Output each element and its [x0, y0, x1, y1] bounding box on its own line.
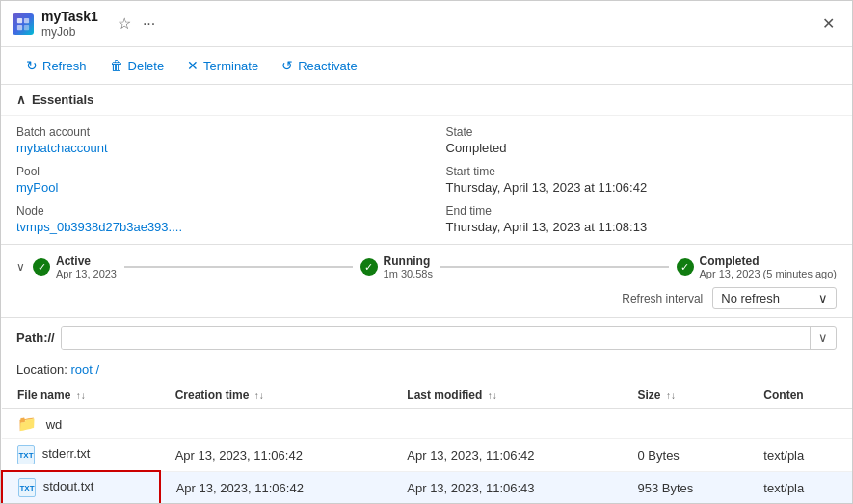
toolbar: ↻ Refresh 🗑 Delete ✕ Terminate ↺ Reactiv… — [1, 47, 852, 85]
batch-account-label: Batch account — [16, 125, 408, 139]
batch-account-value[interactable]: mybatchaccount — [16, 141, 408, 155]
file-name-cell: TXT stdout.txt — [2, 471, 160, 504]
terminate-button[interactable]: ✕ Terminate — [177, 53, 268, 78]
batch-account-group: Batch account mybatchaccount — [16, 125, 408, 155]
path-dropdown-button[interactable]: ∨ — [810, 327, 836, 349]
last-modified-cell: Apr 13, 2023, 11:06:42 — [391, 439, 622, 472]
table-header-row: File name ↑↓ Creation time ↑↓ Last modif… — [2, 383, 852, 409]
col-content: Conten — [748, 383, 852, 409]
creation-sort-icon[interactable]: ↑↓ — [254, 390, 264, 401]
creation-time-cell — [160, 409, 392, 439]
table-row[interactable]: TXT stderr.txt Apr 13, 2023, 11:06:42 Ap… — [2, 439, 852, 472]
modified-sort-icon[interactable]: ↑↓ — [488, 390, 497, 401]
pin-button[interactable]: ☆ — [114, 13, 135, 35]
reactivate-icon: ↺ — [281, 58, 293, 73]
delete-button[interactable]: 🗑 Delete — [100, 53, 174, 78]
refresh-interval-value: No refresh — [721, 291, 780, 305]
node-label: Node — [16, 204, 408, 218]
running-check-icon: ✓ — [360, 258, 378, 276]
close-button[interactable]: ✕ — [816, 13, 840, 35]
size-cell — [623, 409, 749, 439]
refresh-button[interactable]: ↻ Refresh — [16, 53, 96, 78]
location-line: Location: root / — [1, 358, 852, 383]
timeline-bar: ∨ ✓ Active Apr 13, 2023 ✓ Running 1m 30.… — [16, 254, 837, 279]
start-time-group: Start time Thursday, April 13, 2023 at 1… — [446, 165, 838, 195]
txt-file-icon: TXT — [17, 445, 35, 464]
window-title: myTask1 — [41, 9, 98, 24]
essentials-label: Essentials — [32, 93, 93, 107]
terminate-label: Terminate — [203, 59, 258, 73]
start-time-value: Thursday, April 13, 2023 at 11:06:42 — [446, 180, 838, 195]
active-name: Active — [56, 254, 117, 268]
last-modified-cell — [391, 409, 622, 439]
delete-icon: 🗑 — [110, 58, 123, 73]
content-cell — [748, 409, 852, 439]
filename-sort-icon[interactable]: ↑↓ — [76, 390, 86, 401]
timeline-step-active: ✓ Active Apr 13, 2023 — [33, 254, 117, 279]
active-check-icon: ✓ — [33, 258, 50, 276]
content-cell: text/pla — [748, 439, 852, 472]
table-row[interactable]: 📁 wd — [2, 409, 852, 439]
title-bar: myTask1 myJob ☆ ··· ✕ — [1, 1, 852, 47]
file-table: File name ↑↓ Creation time ↑↓ Last modif… — [1, 383, 852, 504]
connector-2 — [433, 266, 677, 268]
refresh-icon: ↻ — [26, 58, 38, 73]
end-time-value: Thursday, April 13, 2023 at 11:08:13 — [446, 220, 838, 234]
size-cell: 953 Bytes — [623, 471, 749, 504]
path-input-wrapper: ∨ — [61, 326, 837, 350]
svg-rect-1 — [24, 17, 29, 22]
txt-file-icon: TXT — [18, 478, 36, 497]
svg-rect-2 — [17, 24, 22, 29]
delete-label: Delete — [128, 59, 165, 73]
file-name: stdout.txt — [43, 479, 94, 493]
path-input[interactable] — [62, 327, 810, 349]
essentials-header[interactable]: ∧ Essentials — [1, 85, 852, 116]
active-date: Apr 13, 2023 — [56, 268, 117, 279]
pool-label: Pool — [16, 165, 408, 178]
timeline-step-completed: ✓ Completed Apr 13, 2023 (5 minutes ago) — [677, 254, 837, 279]
completed-date: Apr 13, 2023 (5 minutes ago) — [700, 268, 837, 279]
content-cell: text/pla — [748, 471, 852, 504]
refresh-interval-label: Refresh interval — [622, 292, 703, 305]
start-time-label: Start time — [446, 165, 838, 178]
completed-name: Completed — [700, 254, 837, 268]
window-subtitle: myJob — [41, 25, 98, 39]
reactivate-button[interactable]: ↺ Reactivate — [272, 53, 366, 78]
location-link[interactable]: root / — [70, 362, 99, 377]
last-modified-cell: Apr 13, 2023, 11:06:43 — [391, 471, 622, 504]
timeline-chevron[interactable]: ∨ — [16, 260, 25, 274]
node-group: Node tvmps_0b3938d27b3ae393.... — [16, 204, 408, 234]
end-time-label: End time — [446, 204, 838, 218]
file-name-cell: TXT stderr.txt — [2, 439, 160, 472]
refresh-interval-select[interactable]: No refresh ∨ — [712, 287, 837, 309]
active-label: Active Apr 13, 2023 — [56, 254, 117, 279]
title-actions: ☆ ··· — [114, 13, 159, 35]
svg-rect-0 — [17, 17, 22, 22]
creation-time-cell: Apr 13, 2023, 11:06:42 — [160, 439, 392, 472]
end-time-group: End time Thursday, April 13, 2023 at 11:… — [446, 204, 838, 234]
essentials-chevron: ∧ — [16, 93, 26, 107]
table-row[interactable]: TXT stdout.txt Apr 13, 2023, 11:06:42 Ap… — [2, 471, 852, 504]
pool-value[interactable]: myPool — [16, 180, 408, 195]
col-creation: Creation time ↑↓ — [160, 383, 392, 409]
state-group: State Completed — [446, 125, 838, 155]
file-name: stderr.txt — [42, 446, 91, 461]
file-name-cell: 📁 wd — [2, 409, 160, 439]
title-text-group: myTask1 myJob — [41, 9, 98, 39]
path-section: Path:// ∨ — [1, 318, 852, 358]
app-icon — [13, 13, 34, 35]
timeline-step-running: ✓ Running 1m 30.58s — [360, 254, 433, 279]
folder-icon: 📁 — [17, 415, 37, 432]
connector-line-1 — [124, 266, 353, 268]
more-button[interactable]: ··· — [139, 13, 159, 35]
terminate-icon: ✕ — [187, 58, 199, 73]
completed-label: Completed Apr 13, 2023 (5 minutes ago) — [700, 254, 837, 279]
refresh-label: Refresh — [42, 59, 87, 73]
running-name: Running — [384, 254, 433, 268]
timeline-section: ∨ ✓ Active Apr 13, 2023 ✓ Running 1m 30.… — [1, 245, 852, 318]
col-modified: Last modified ↑↓ — [391, 383, 622, 409]
svg-rect-3 — [24, 24, 29, 29]
node-value[interactable]: tvmps_0b3938d27b3ae393.... — [16, 220, 408, 234]
size-sort-icon[interactable]: ↑↓ — [666, 390, 676, 401]
completed-check-icon: ✓ — [677, 258, 694, 276]
